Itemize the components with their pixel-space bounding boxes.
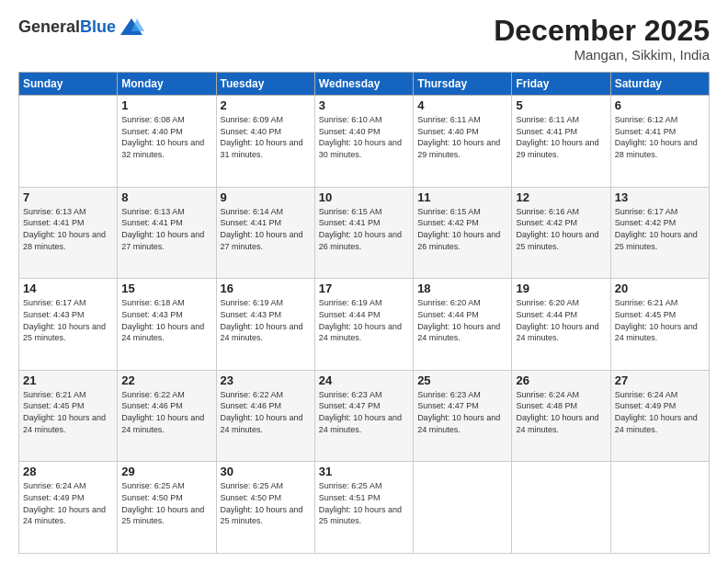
day-number: 24 (319, 373, 409, 387)
day-cell: 14Sunrise: 6:17 AMSunset: 4:43 PMDayligh… (19, 279, 118, 371)
day-cell: 6Sunrise: 6:12 AMSunset: 4:41 PMDaylight… (610, 96, 709, 188)
cell-info: Sunrise: 6:23 AMSunset: 4:47 PMDaylight:… (417, 389, 507, 435)
cell-info: Sunrise: 6:15 AMSunset: 4:42 PMDaylight:… (417, 206, 507, 252)
day-cell: 16Sunrise: 6:19 AMSunset: 4:43 PMDayligh… (216, 279, 314, 371)
week-row-0: 1Sunrise: 6:08 AMSunset: 4:40 PMDaylight… (19, 96, 710, 188)
day-number: 1 (121, 98, 211, 112)
day-cell: 25Sunrise: 6:23 AMSunset: 4:47 PMDayligh… (414, 370, 512, 462)
cell-info: Sunrise: 6:25 AMSunset: 4:51 PMDaylight:… (319, 480, 409, 526)
logo-blue: Blue (80, 17, 116, 36)
day-cell: 26Sunrise: 6:24 AMSunset: 4:48 PMDayligh… (512, 370, 610, 462)
day-header-saturday: Saturday (610, 73, 709, 96)
day-cell: 10Sunrise: 6:15 AMSunset: 4:41 PMDayligh… (314, 187, 413, 279)
day-number: 20 (615, 282, 705, 295)
day-header-wednesday: Wednesday (314, 73, 413, 96)
day-cell: 1Sunrise: 6:08 AMSunset: 4:40 PMDaylight… (118, 96, 216, 188)
cell-info: Sunrise: 6:22 AMSunset: 4:46 PMDaylight:… (121, 389, 211, 435)
day-number: 7 (23, 190, 113, 204)
day-number: 15 (121, 282, 211, 295)
week-row-4: 28Sunrise: 6:24 AMSunset: 4:49 PMDayligh… (19, 462, 710, 554)
cell-info: Sunrise: 6:21 AMSunset: 4:45 PMDaylight:… (615, 297, 705, 343)
page: GeneralBlue December 2025 Mangan, Sikkim… (0, 0, 728, 563)
cell-info: Sunrise: 6:23 AMSunset: 4:47 PMDaylight:… (319, 389, 409, 435)
cell-info: Sunrise: 6:25 AMSunset: 4:50 PMDaylight:… (121, 480, 211, 526)
day-cell: 9Sunrise: 6:14 AMSunset: 4:41 PMDaylight… (216, 187, 314, 279)
cell-info: Sunrise: 6:17 AMSunset: 4:42 PMDaylight:… (615, 206, 705, 252)
logo-general: General (18, 17, 80, 36)
day-number: 10 (319, 190, 409, 204)
day-cell: 29Sunrise: 6:25 AMSunset: 4:50 PMDayligh… (118, 462, 216, 554)
header-row: SundayMondayTuesdayWednesdayThursdayFrid… (19, 73, 710, 96)
day-number: 14 (23, 282, 113, 295)
day-number: 29 (121, 465, 211, 478)
day-cell: 28Sunrise: 6:24 AMSunset: 4:49 PMDayligh… (19, 462, 118, 554)
day-number: 12 (516, 190, 606, 204)
cell-info: Sunrise: 6:16 AMSunset: 4:42 PMDaylight:… (516, 206, 606, 252)
cell-info: Sunrise: 6:19 AMSunset: 4:43 PMDaylight:… (221, 297, 311, 343)
cell-info: Sunrise: 6:24 AMSunset: 4:49 PMDaylight:… (615, 389, 705, 435)
cell-info: Sunrise: 6:21 AMSunset: 4:45 PMDaylight:… (23, 389, 113, 435)
day-number: 30 (221, 465, 311, 478)
day-cell: 17Sunrise: 6:19 AMSunset: 4:44 PMDayligh… (314, 279, 413, 371)
cell-info: Sunrise: 6:24 AMSunset: 4:48 PMDaylight:… (516, 389, 606, 435)
day-number: 26 (516, 373, 606, 387)
day-number: 13 (615, 190, 705, 204)
title-block: December 2025 Mangan, Sikkim, India (494, 15, 710, 63)
cell-info: Sunrise: 6:19 AMSunset: 4:44 PMDaylight:… (319, 297, 409, 343)
day-header-friday: Friday (512, 73, 610, 96)
cell-info: Sunrise: 6:15 AMSunset: 4:41 PMDaylight:… (319, 206, 409, 252)
cell-info: Sunrise: 6:13 AMSunset: 4:41 PMDaylight:… (121, 206, 211, 252)
day-cell: 23Sunrise: 6:22 AMSunset: 4:46 PMDayligh… (216, 370, 314, 462)
cell-info: Sunrise: 6:18 AMSunset: 4:43 PMDaylight:… (121, 297, 211, 343)
day-cell (414, 462, 512, 554)
cell-info: Sunrise: 6:11 AMSunset: 4:40 PMDaylight:… (417, 114, 507, 160)
day-number: 25 (417, 373, 507, 387)
day-cell: 8Sunrise: 6:13 AMSunset: 4:41 PMDaylight… (118, 187, 216, 279)
calendar-table: SundayMondayTuesdayWednesdayThursdayFrid… (18, 72, 710, 554)
cell-info: Sunrise: 6:13 AMSunset: 4:41 PMDaylight:… (23, 206, 113, 252)
day-cell: 15Sunrise: 6:18 AMSunset: 4:43 PMDayligh… (118, 279, 216, 371)
day-cell: 11Sunrise: 6:15 AMSunset: 4:42 PMDayligh… (414, 187, 512, 279)
logo-text: GeneralBlue (18, 18, 116, 37)
week-row-3: 21Sunrise: 6:21 AMSunset: 4:45 PMDayligh… (19, 370, 710, 462)
cell-info: Sunrise: 6:17 AMSunset: 4:43 PMDaylight:… (23, 297, 113, 343)
day-header-sunday: Sunday (19, 73, 118, 96)
day-cell: 19Sunrise: 6:20 AMSunset: 4:44 PMDayligh… (512, 279, 610, 371)
day-cell: 24Sunrise: 6:23 AMSunset: 4:47 PMDayligh… (314, 370, 413, 462)
day-cell (19, 96, 118, 188)
logo: GeneralBlue (18, 15, 144, 40)
day-number: 31 (319, 465, 409, 478)
day-number: 22 (121, 373, 211, 387)
day-number: 28 (23, 465, 113, 478)
cell-info: Sunrise: 6:08 AMSunset: 4:40 PMDaylight:… (121, 114, 211, 160)
cell-info: Sunrise: 6:11 AMSunset: 4:41 PMDaylight:… (516, 114, 606, 160)
day-cell: 30Sunrise: 6:25 AMSunset: 4:50 PMDayligh… (216, 462, 314, 554)
day-number: 16 (221, 282, 311, 295)
day-number: 6 (615, 98, 705, 112)
day-cell: 2Sunrise: 6:09 AMSunset: 4:40 PMDaylight… (216, 96, 314, 188)
day-cell: 21Sunrise: 6:21 AMSunset: 4:45 PMDayligh… (19, 370, 118, 462)
day-cell: 27Sunrise: 6:24 AMSunset: 4:49 PMDayligh… (610, 370, 709, 462)
day-number: 11 (417, 190, 507, 204)
cell-info: Sunrise: 6:25 AMSunset: 4:50 PMDaylight:… (221, 480, 311, 526)
day-cell (512, 462, 610, 554)
day-cell: 5Sunrise: 6:11 AMSunset: 4:41 PMDaylight… (512, 96, 610, 188)
header: GeneralBlue December 2025 Mangan, Sikkim… (18, 15, 710, 63)
logo-icon (119, 15, 144, 40)
day-cell: 18Sunrise: 6:20 AMSunset: 4:44 PMDayligh… (414, 279, 512, 371)
day-header-monday: Monday (118, 73, 216, 96)
day-number: 8 (121, 190, 211, 204)
day-number: 4 (417, 98, 507, 112)
day-number: 23 (221, 373, 311, 387)
day-number: 5 (516, 98, 606, 112)
cell-info: Sunrise: 6:14 AMSunset: 4:41 PMDaylight:… (221, 206, 311, 252)
day-number: 9 (221, 190, 311, 204)
day-number: 3 (319, 98, 409, 112)
day-cell: 12Sunrise: 6:16 AMSunset: 4:42 PMDayligh… (512, 187, 610, 279)
day-cell: 20Sunrise: 6:21 AMSunset: 4:45 PMDayligh… (610, 279, 709, 371)
cell-info: Sunrise: 6:22 AMSunset: 4:46 PMDaylight:… (221, 389, 311, 435)
day-number: 21 (23, 373, 113, 387)
day-number: 18 (417, 282, 507, 295)
cell-info: Sunrise: 6:24 AMSunset: 4:49 PMDaylight:… (23, 480, 113, 526)
cell-info: Sunrise: 6:12 AMSunset: 4:41 PMDaylight:… (615, 114, 705, 160)
